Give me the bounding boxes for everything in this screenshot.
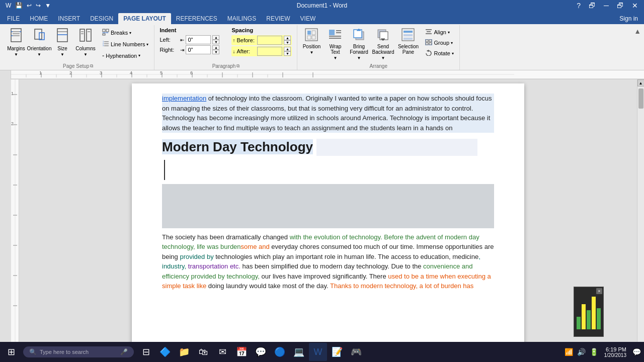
minimize-btn[interactable]: ─: [602, 2, 611, 10]
tab-design[interactable]: DESIGN: [85, 13, 118, 24]
start-button[interactable]: ⊞: [2, 343, 20, 361]
left-indent-spinner: ▲ ▼: [212, 35, 219, 44]
tab-home[interactable]: HOME: [25, 13, 53, 24]
task-view-btn[interactable]: ⊟: [137, 343, 155, 361]
position-button[interactable]: Position ▼: [300, 26, 323, 56]
after-spacing-spinner: ▲ ▼: [284, 47, 291, 56]
svg-text:2: 2: [69, 70, 72, 75]
chrome-btn[interactable]: 🔵: [271, 343, 289, 361]
undo-btn[interactable]: ↩: [25, 2, 33, 10]
orientation-button[interactable]: Orientation ▼: [28, 26, 50, 58]
battery-tray-icon[interactable]: 🔋: [589, 347, 599, 357]
redo-btn[interactable]: ↪: [34, 2, 42, 10]
selection-pane-button[interactable]: SelectionPane: [396, 26, 420, 56]
tab-file[interactable]: FILE: [2, 13, 25, 24]
teams-btn[interactable]: 💬: [252, 343, 270, 361]
left-indent-input[interactable]: [186, 35, 211, 44]
tab-review[interactable]: REVIEW: [261, 13, 295, 24]
svg-rect-48: [426, 40, 428, 42]
tab-references[interactable]: REFERENCES: [171, 13, 222, 24]
svg-rect-51: [429, 43, 432, 45]
horizontal-ruler: // ticks drawn via CSS/SVG inline: [11, 70, 644, 79]
qat-dropdown[interactable]: ▼: [43, 2, 52, 10]
align-button[interactable]: Align ▾: [423, 27, 456, 37]
bring-forward-label: BringForward: [350, 44, 368, 55]
scroll-thumb[interactable]: [638, 88, 643, 109]
columns-button[interactable]: Columns ▼: [74, 26, 97, 58]
paragraph-expand[interactable]: ⧉: [236, 63, 239, 69]
breaks-button[interactable]: Breaks ▾: [100, 27, 151, 38]
file-explorer-btn[interactable]: 📁: [175, 343, 193, 361]
ribbon-display-btn[interactable]: 🗗: [587, 2, 598, 10]
svg-text:4: 4: [130, 70, 132, 75]
system-clock[interactable]: 6:19 PM 1/20/2013: [601, 345, 630, 359]
restore-btn[interactable]: 🗗: [615, 2, 626, 10]
notification-tray-icon[interactable]: 💬: [631, 347, 642, 357]
game-btn[interactable]: 🎮: [347, 343, 365, 361]
implementation-link: implementation: [162, 95, 206, 102]
bring-forward-button[interactable]: BringForward ▼: [348, 26, 370, 62]
volume-tray-icon[interactable]: 🔊: [576, 347, 587, 357]
word-taskbar-btn[interactable]: W: [309, 343, 327, 361]
before-spacing-input[interactable]: [257, 36, 282, 45]
collapse-ribbon-btn[interactable]: ▲: [633, 26, 642, 36]
group-icon: [425, 39, 432, 46]
indent-section: Indent Left: ⇤ ▲ ▼ Right: ⇥: [159, 27, 219, 56]
svg-rect-30: [307, 36, 311, 39]
right-indent-down[interactable]: ▼: [212, 50, 219, 54]
document-scroll-area[interactable]: implementation of technology into the cl…: [19, 79, 637, 351]
save-btn[interactable]: 💾: [14, 2, 24, 10]
page-setup-small-btns: Breaks ▾ 1 2 3 Line Numbers: [98, 26, 151, 61]
help-btn[interactable]: ?: [575, 2, 583, 10]
send-backward-button[interactable]: SendBackward ▼: [371, 26, 394, 62]
after-spacing-up[interactable]: ▲: [284, 47, 291, 51]
svg-rect-13: [87, 29, 91, 41]
before-spacing-down[interactable]: ▼: [284, 40, 291, 45]
network-tray-icon[interactable]: 📶: [564, 347, 574, 357]
left-indent-down[interactable]: ▼: [212, 40, 219, 44]
page-setup-expand[interactable]: ⧉: [90, 63, 93, 69]
size-button[interactable]: Size ▼: [51, 26, 73, 58]
edge-btn[interactable]: 🔷: [156, 343, 174, 361]
wrap-text-button[interactable]: WrapText ▼: [324, 26, 346, 62]
margins-button[interactable]: Margins ▼: [5, 26, 27, 58]
document-heading: Modern Day Technology: [162, 139, 494, 156]
tab-page-layout[interactable]: PAGE LAYOUT: [118, 13, 171, 24]
before-spacing-icon: ↑: [232, 38, 235, 43]
after-spacing-input[interactable]: [257, 47, 282, 56]
pc-btn[interactable]: 💻: [290, 343, 308, 361]
mail-btn[interactable]: ✉: [213, 343, 231, 361]
tab-view[interactable]: VIEW: [295, 13, 321, 24]
mini-chart-close-btn[interactable]: ×: [596, 288, 602, 294]
left-indent-up[interactable]: ▲: [212, 35, 219, 40]
scroll-up-btn[interactable]: ▲: [637, 79, 645, 86]
rotate-button[interactable]: Rotate ▾: [423, 48, 456, 58]
left-indent-row: Left: ⇤ ▲ ▼: [159, 35, 219, 44]
right-indent-input[interactable]: [186, 45, 211, 54]
taskbar-search-input[interactable]: [40, 349, 117, 355]
hyphenation-button[interactable]: - Hyphenation ▾: [100, 50, 151, 61]
tab-insert[interactable]: INSERT: [53, 13, 85, 24]
line-numbers-button[interactable]: 1 2 3 Line Numbers ▾: [100, 39, 151, 50]
tab-mailings[interactable]: MAILINGS: [222, 13, 261, 24]
group-button[interactable]: Group ▾: [423, 38, 456, 48]
arrange-small-btns: Align ▾ Group ▾: [422, 26, 456, 58]
before-spacing-up[interactable]: ▲: [284, 36, 291, 40]
calendar-btn[interactable]: 📅: [232, 343, 251, 361]
sign-in-btn[interactable]: Sign in: [613, 13, 644, 24]
right-indent-up[interactable]: ▲: [212, 45, 219, 50]
taskbar-search-box[interactable]: 🔍 🎤: [23, 346, 134, 357]
svg-text:3: 3: [103, 44, 104, 47]
page-setup-content: Margins ▼ Orientation ▼: [5, 26, 151, 62]
after-spacing-down[interactable]: ▼: [284, 51, 291, 56]
after-spacing-row: ↓ After: ▲ ▼: [231, 46, 292, 56]
quick-access-toolbar: W 💾 ↩ ↪ ▼: [4, 2, 52, 10]
sticky-btn[interactable]: 📝: [328, 343, 346, 361]
align-label: Align: [434, 29, 446, 35]
svg-rect-12: [80, 29, 85, 41]
vertical-scrollbar[interactable]: ▲ ▼: [637, 79, 644, 351]
spacing-section: Spacing ↑ Before: ▲ ▼ ↓ After:: [231, 27, 292, 56]
page-setup-label: Page Setup ⧉: [5, 62, 151, 70]
close-btn[interactable]: ✕: [630, 2, 640, 10]
store-btn[interactable]: 🛍: [194, 343, 212, 361]
